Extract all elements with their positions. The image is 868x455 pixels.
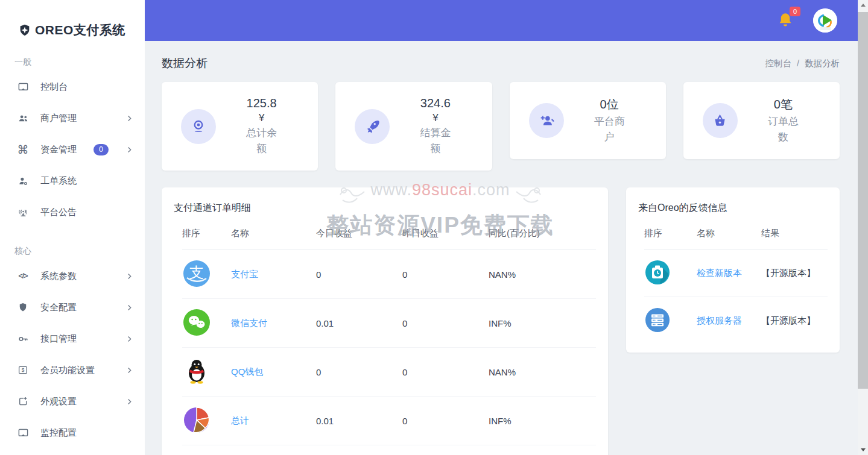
- chevron-right-icon: [125, 114, 134, 123]
- sidebar-item-monitor-config[interactable]: 监控配置: [0, 417, 145, 448]
- yesterday-revenue: 0: [402, 367, 489, 377]
- chevron-right-icon: [125, 272, 134, 281]
- sidebar-item-label: 商户管理: [40, 113, 77, 124]
- channel-name-link[interactable]: 支付宝: [231, 269, 316, 280]
- svg-text:支: 支: [189, 264, 204, 280]
- today-revenue: 0: [316, 367, 402, 377]
- ratio-percent: INF%: [489, 416, 596, 426]
- scrollbar-thumb[interactable]: [858, 12, 868, 389]
- feedback-result: 【开源版本】: [761, 315, 828, 327]
- code-icon: </>: [17, 270, 29, 282]
- channel-name-link[interactable]: 微信支付: [231, 318, 316, 329]
- scrollbar[interactable]: [858, 0, 868, 455]
- monitor-icon: [17, 427, 29, 439]
- sidebar-item-label: 控制台: [40, 81, 68, 93]
- ratio-percent: NAN%: [489, 269, 596, 280]
- member-dollar-icon: $: [17, 364, 29, 376]
- basket-icon: [703, 103, 738, 138]
- sidebar-item-funds-management[interactable]: ⌘ 资金管理 0: [0, 134, 145, 165]
- stat-currency: ¥: [216, 112, 307, 124]
- feedback-panel: 来自Oreo的反馈信息 排序 名称 结果 检查新版本 【开源版本】 授权服务器 …: [626, 187, 840, 353]
- channel-row: 总计 0.01 0 INF%: [182, 397, 596, 445]
- command-icon: ⌘: [17, 143, 29, 155]
- shield-icon: [17, 301, 29, 313]
- col-sort: 排序: [644, 228, 697, 239]
- channels-panel-title: 支付通道订单明细: [162, 187, 608, 228]
- sidebar-badge: 0: [93, 144, 109, 155]
- col-yesterday: 昨日收益: [402, 228, 489, 239]
- sidebar-item-appearance-settings[interactable]: 外观设置: [0, 386, 145, 417]
- total-pie-icon: [182, 406, 231, 436]
- col-today: 今日收益: [316, 228, 402, 239]
- chevron-right-icon: [125, 145, 134, 154]
- breadcrumb-link-console[interactable]: 控制台: [765, 58, 791, 69]
- notification-count-badge: 0: [790, 7, 800, 16]
- sidebar-item-label: 外观设置: [40, 396, 77, 407]
- alipay-icon: 支: [182, 259, 231, 290]
- appearance-icon: [17, 395, 29, 407]
- chevron-right-icon: [125, 303, 134, 312]
- stat-label: 订单总数: [767, 114, 799, 145]
- stats-row: 125.8 ¥ 总计余额 324.6 ¥ 结算金额 0位 平台商户: [145, 82, 858, 171]
- stat-value: 0位: [564, 96, 655, 113]
- avatar[interactable]: [813, 8, 837, 33]
- feedback-table-header: 排序 名称 结果: [644, 228, 828, 250]
- channel-row: 微信支付 0.01 0 INF%: [182, 299, 596, 348]
- scroll-down-arrow-icon[interactable]: [858, 445, 868, 455]
- channel-name-link[interactable]: QQ钱包: [231, 366, 316, 378]
- sidebar-item-api-management[interactable]: 接口管理: [0, 323, 145, 354]
- today-revenue: 0.01: [316, 416, 402, 426]
- yesterday-revenue: 0: [402, 269, 489, 280]
- rocket-icon: [355, 109, 390, 144]
- breadcrumb-separator: /: [797, 58, 799, 68]
- feedback-name-link[interactable]: 授权服务器: [697, 315, 761, 327]
- yesterday-revenue: 0: [402, 318, 489, 328]
- broadcast-icon: [17, 206, 29, 218]
- chevron-right-icon: [125, 366, 134, 375]
- svg-text:$: $: [22, 368, 25, 373]
- sidebar-item-label: 安全配置: [40, 302, 77, 313]
- stat-card-settlement-amount: 324.6 ¥ 结算金额: [335, 82, 492, 171]
- scroll-up-arrow-icon[interactable]: [858, 0, 868, 10]
- notification-bell-icon[interactable]: 0: [777, 11, 795, 30]
- sidebar-section-label: 一般: [0, 57, 145, 67]
- yesterday-revenue: 0: [402, 416, 489, 426]
- auth-server-icon: [644, 307, 697, 335]
- sidebar-item-merchant-management[interactable]: 商户管理: [0, 102, 145, 134]
- topbar: 0: [145, 0, 858, 41]
- payment-channels-panel: 支付通道订单明细 排序 名称 今日收益 昨日收益 同比(百分比) 支 支付宝 0…: [162, 187, 608, 455]
- qq-wallet-icon: [182, 357, 231, 388]
- sidebar-item-label: 监控配置: [40, 427, 77, 439]
- channel-name-link[interactable]: 总计: [231, 415, 316, 427]
- feedback-result: 【开源版本】: [761, 268, 828, 279]
- sidebar-item-label: 资金管理: [40, 144, 77, 155]
- sidebar-item-platform-announcement[interactable]: 平台公告: [0, 196, 145, 228]
- page-title: 数据分析: [162, 55, 207, 71]
- stat-label: 结算金额: [420, 125, 451, 156]
- stat-card-total-balance: 125.8 ¥ 总计余额: [162, 82, 318, 171]
- stat-currency: ¥: [390, 112, 481, 124]
- version-check-icon: [644, 259, 697, 287]
- chevron-right-icon: [125, 397, 134, 406]
- channels-table-header: 排序 名称 今日收益 昨日收益 同比(百分比): [182, 228, 596, 250]
- channel-row: QQ钱包 0 0 NAN%: [182, 348, 596, 397]
- ratio-percent: NAN%: [489, 367, 596, 377]
- col-result: 结果: [761, 228, 828, 239]
- main-content: 数据分析 控制台 / 数据分析 125.8 ¥ 总计余额 324.6 ¥ 结算金…: [145, 41, 858, 455]
- webcam-icon: [181, 109, 216, 144]
- sidebar-item-console[interactable]: 控制台: [0, 71, 145, 102]
- col-ratio: 同比(百分比): [489, 228, 596, 239]
- sidebar-menu: 一般 控制台 商户管理 ⌘ 资金管理 0 工单系统: [0, 57, 145, 448]
- sidebar-item-security-config[interactable]: 安全配置: [0, 292, 145, 323]
- stat-value: 324.6: [390, 96, 481, 110]
- feedback-name-link[interactable]: 检查新版本: [697, 268, 761, 279]
- stat-value: 0笔: [738, 96, 829, 113]
- sidebar-item-system-params[interactable]: </> 系统参数: [0, 260, 145, 292]
- sidebar-item-ticket-system[interactable]: 工单系统: [0, 165, 145, 196]
- monitor-icon: [17, 81, 29, 93]
- users-icon: [17, 112, 29, 124]
- stat-card-total-orders: 0笔 订单总数: [683, 82, 840, 159]
- sidebar-item-member-features[interactable]: $ 会员功能设置: [0, 354, 145, 386]
- breadcrumb-current: 数据分析: [805, 58, 840, 69]
- feedback-row: 检查新版本 【开源版本】: [644, 250, 828, 297]
